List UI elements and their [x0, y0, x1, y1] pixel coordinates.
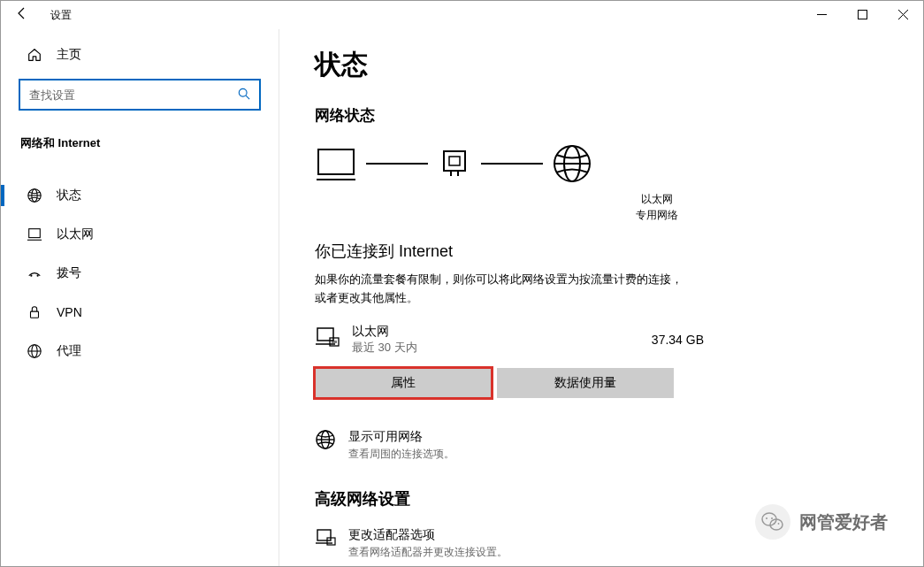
sidebar-item-label: 状态 [57, 188, 81, 203]
sidebar-item-vpn[interactable]: VPN [1, 293, 279, 332]
adapter-icon [315, 527, 336, 552]
connected-description: 如果你的流量套餐有限制，则你可以将此网络设置为按流量计费的连接，或者更改其他属性… [315, 271, 686, 308]
watermark-text: 网管爱好者 [799, 510, 888, 534]
sidebar-item-proxy[interactable]: 代理 [1, 332, 279, 371]
svg-rect-20 [444, 151, 465, 171]
svg-point-4 [239, 88, 247, 96]
home-link[interactable]: 主页 [1, 38, 279, 72]
adapter-title: 更改适配器选项 [348, 527, 508, 543]
properties-button[interactable]: 属性 [315, 368, 492, 398]
ethernet-icon [26, 226, 43, 242]
svg-point-42 [766, 517, 767, 519]
search-box[interactable] [19, 79, 261, 111]
connection-period: 最近 30 天内 [352, 340, 639, 356]
settings-window: 设置 主页 网络和 Internet [0, 0, 924, 567]
svg-rect-9 [29, 229, 41, 238]
available-networks-title: 显示可用网络 [348, 429, 454, 445]
connected-title: 你已连接到 Internet [315, 241, 888, 262]
nav-list: 状态 以太网 拨号 V [1, 176, 279, 371]
svg-point-11 [30, 275, 32, 277]
close-button[interactable] [882, 1, 923, 27]
connection-name: 以太网 [352, 324, 639, 340]
diagram-label: 以太网 专用网络 [425, 191, 888, 223]
data-usage-button[interactable]: 数据使用量 [497, 368, 674, 398]
connector-line [481, 161, 543, 166]
sidebar-item-dialup[interactable]: 拨号 [1, 254, 279, 293]
page-heading: 状态 [315, 47, 888, 83]
svg-rect-21 [449, 157, 460, 165]
section-heading: 网络状态 [315, 105, 888, 126]
content-area: 主页 网络和 Internet 状态 [1, 29, 923, 566]
computer-icon [315, 146, 357, 181]
back-button[interactable] [10, 6, 34, 24]
network-diagram [315, 143, 888, 184]
svg-point-44 [774, 523, 775, 525]
svg-point-45 [778, 523, 780, 525]
diagram-network-type: 专用网络 [425, 207, 888, 223]
proxy-icon [26, 343, 43, 359]
watermark: 网管爱好者 [755, 504, 888, 540]
window-title: 设置 [50, 8, 72, 23]
sidebar-item-label: VPN [57, 305, 82, 319]
sidebar-item-label: 以太网 [57, 226, 94, 242]
globe-icon [315, 429, 336, 454]
globe-icon [552, 143, 592, 184]
svg-rect-13 [31, 311, 39, 318]
dialup-icon [26, 265, 43, 281]
window-controls [801, 1, 923, 27]
sidebar-item-ethernet[interactable]: 以太网 [1, 215, 279, 254]
connection-row: 以太网 最近 30 天内 37.34 GB [315, 324, 704, 356]
home-icon [26, 47, 43, 63]
home-label: 主页 [57, 47, 81, 63]
ethernet-adapter-icon [437, 146, 472, 181]
category-title: 网络和 Internet [1, 126, 279, 160]
maximize-button[interactable] [842, 1, 882, 27]
svg-rect-28 [317, 328, 333, 341]
available-networks-sub: 查看周围的连接选项。 [348, 447, 454, 462]
svg-line-5 [246, 96, 249, 99]
svg-rect-17 [318, 149, 354, 174]
adapter-sub: 查看网络适配器并更改连接设置。 [348, 545, 508, 560]
svg-point-43 [771, 517, 773, 519]
search-icon [238, 88, 250, 103]
sidebar-item-status[interactable]: 状态 [1, 176, 279, 215]
minimize-button[interactable] [801, 1, 842, 27]
svg-rect-37 [317, 530, 331, 540]
available-networks-link[interactable]: 显示可用网络 查看周围的连接选项。 [315, 429, 888, 462]
connector-line [366, 161, 428, 166]
connection-info: 以太网 最近 30 天内 [352, 324, 639, 356]
sidebar: 主页 网络和 Internet 状态 [1, 29, 279, 566]
globe-icon [26, 188, 43, 203]
connection-icon [315, 326, 340, 354]
svg-point-12 [37, 275, 39, 277]
sidebar-item-label: 拨号 [57, 265, 81, 281]
button-row: 属性 数据使用量 [315, 368, 888, 398]
svg-rect-1 [858, 10, 867, 19]
diagram-ethernet-label: 以太网 [425, 191, 888, 207]
sidebar-item-label: 代理 [57, 343, 81, 359]
wechat-icon [755, 504, 790, 540]
vpn-icon [26, 304, 43, 320]
search-input[interactable] [29, 88, 238, 102]
main-content: 状态 网络状态 以太网 专用网络 你已连接到 Internet 如果你的流量套餐… [279, 29, 923, 566]
titlebar: 设置 [1, 1, 923, 29]
connection-usage: 37.34 GB [652, 333, 704, 347]
